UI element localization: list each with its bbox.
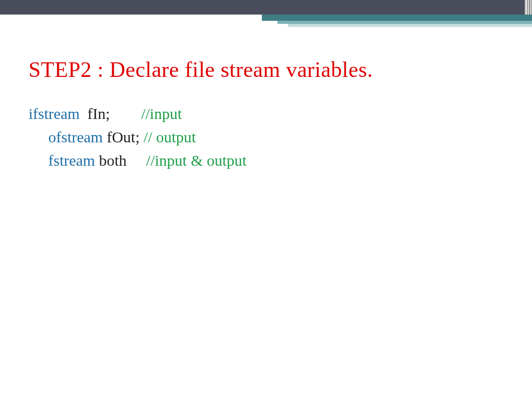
- code-comment: //input: [141, 105, 182, 122]
- code-line: fstream both //input & output: [29, 149, 511, 172]
- code-block: ifstream fIn; //input ofstream fOut; // …: [29, 102, 511, 172]
- code-keyword: ifstream: [29, 105, 79, 122]
- accent-bar-3: [288, 24, 532, 27]
- accent-bar-1: [262, 15, 532, 21]
- code-line: ofstream fOut; // output: [29, 125, 511, 149]
- code-keyword: ofstream: [48, 128, 103, 145]
- code-identifier: both: [95, 152, 146, 169]
- accent-bars: [262, 15, 532, 30]
- code-identifier: fOut;: [103, 128, 143, 145]
- slide-title: STEP2 : Declare file stream variables.: [29, 57, 511, 82]
- top-bar: [0, 0, 532, 15]
- top-bar-right-edge: [523, 0, 532, 15]
- slide-content: STEP2 : Declare file stream variables. i…: [29, 57, 511, 172]
- code-comment: // output: [143, 128, 196, 145]
- code-keyword: fstream: [48, 152, 95, 169]
- code-comment: //input & output: [146, 152, 246, 169]
- code-line: ifstream fIn; //input: [29, 102, 511, 125]
- code-identifier: fIn;: [79, 105, 141, 122]
